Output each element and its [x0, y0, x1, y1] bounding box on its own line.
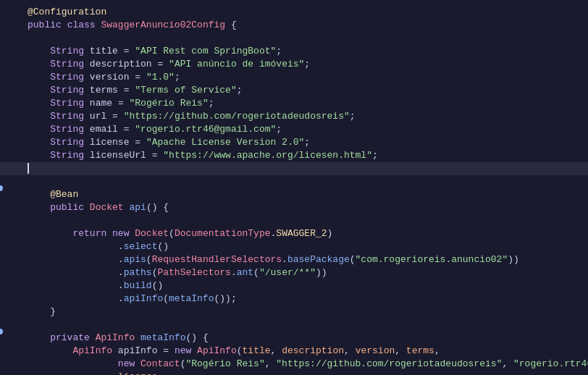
code-content-7: String terms = "Terms of Service";	[22, 84, 588, 97]
code-content-13	[22, 162, 588, 175]
code-content-22: .build()	[22, 279, 588, 292]
code-line-17	[0, 214, 588, 227]
code-content-12: String licenseUrl = "https://www.apache.…	[22, 149, 588, 162]
code-line-8: String name = "Rogério Reis";	[0, 97, 588, 110]
code-line-1: @Configuration	[0, 6, 588, 19]
code-content-2: public class SwaggerAnuncio02Config {	[22, 19, 588, 32]
code-line-18: return new Docket(DocumentationType.SWAG…	[0, 227, 588, 240]
code-line-15: @Bean	[0, 188, 588, 201]
code-content-15: @Bean	[22, 188, 588, 201]
code-content-10: String email = "rogerio.rtr46@gmail.com"…	[22, 123, 588, 136]
code-content-8: String name = "Rogério Reis";	[22, 97, 588, 110]
code-line-14	[0, 175, 588, 188]
code-line-26: private ApiInfo metaInfo() {	[0, 332, 588, 345]
code-content-11: String license = "Apache License Version…	[22, 136, 588, 149]
code-line-19: .select()	[0, 240, 588, 253]
code-content-1: @Configuration	[22, 6, 588, 19]
code-content-18: return new Docket(DocumentationType.SWAG…	[22, 227, 588, 240]
code-line-13	[0, 162, 588, 175]
code-content-29: license,	[22, 371, 588, 375]
code-content-20: .apis(RequestHandlerSelectors.basePackag…	[22, 253, 588, 266]
code-content-6: String version = "1.0";	[22, 71, 588, 84]
code-content-5: String description = "API anúncio de imó…	[22, 58, 588, 71]
code-line-24: }	[0, 306, 588, 319]
code-content-16: public Docket api() {	[22, 201, 588, 214]
code-line-5: String description = "API anúncio de imó…	[0, 58, 588, 71]
code-line-10: String email = "rogerio.rtr46@gmail.com"…	[0, 123, 588, 136]
code-content-4: String title = "API Rest com SpringBoot"…	[22, 45, 588, 58]
code-editor: @Configuration public class SwaggerAnunc…	[0, 0, 588, 375]
code-content-25	[22, 319, 588, 332]
code-content-26: private ApiInfo metaInfo() {	[22, 332, 588, 345]
code-content-24: }	[22, 306, 588, 319]
code-line-11: String license = "Apache License Version…	[0, 136, 588, 149]
code-line-7: String terms = "Terms of Service";	[0, 84, 588, 97]
code-content-19: .select()	[22, 240, 588, 253]
code-line-27: ApiInfo apiInfo = new ApiInfo(title, des…	[0, 345, 588, 358]
code-line-2: public class SwaggerAnuncio02Config {	[0, 19, 588, 32]
code-line-25	[0, 319, 588, 332]
code-line-16: public Docket api() {	[0, 201, 588, 214]
code-line-29: license,	[0, 371, 588, 375]
code-line-9: String url = "https://github.com/rogerio…	[0, 110, 588, 123]
code-line-20: .apis(RequestHandlerSelectors.basePackag…	[0, 253, 588, 266]
code-line-3	[0, 32, 588, 45]
code-line-12: String licenseUrl = "https://www.apache.…	[0, 149, 588, 162]
code-line-21: .paths(PathSelectors.ant("/user/**"))	[0, 266, 588, 279]
code-content-3	[22, 32, 588, 45]
code-line-4: String title = "API Rest com SpringBoot"…	[0, 45, 588, 58]
code-content-27: ApiInfo apiInfo = new ApiInfo(title, des…	[22, 345, 588, 358]
code-content-14	[22, 175, 588, 188]
code-content-21: .paths(PathSelectors.ant("/user/**"))	[22, 266, 588, 279]
code-line-28: new Contact("Rogério Reis", "https://git…	[0, 358, 588, 371]
code-content-28: new Contact("Rogério Reis", "https://git…	[22, 358, 588, 371]
code-content-17	[22, 214, 588, 227]
code-line-22: .build()	[0, 279, 588, 292]
code-line-6: String version = "1.0";	[0, 71, 588, 84]
code-line-23: .apiInfo(metaInfo());	[0, 292, 588, 306]
code-content-23: .apiInfo(metaInfo());	[22, 292, 588, 306]
code-content-9: String url = "https://github.com/rogerio…	[22, 110, 588, 123]
